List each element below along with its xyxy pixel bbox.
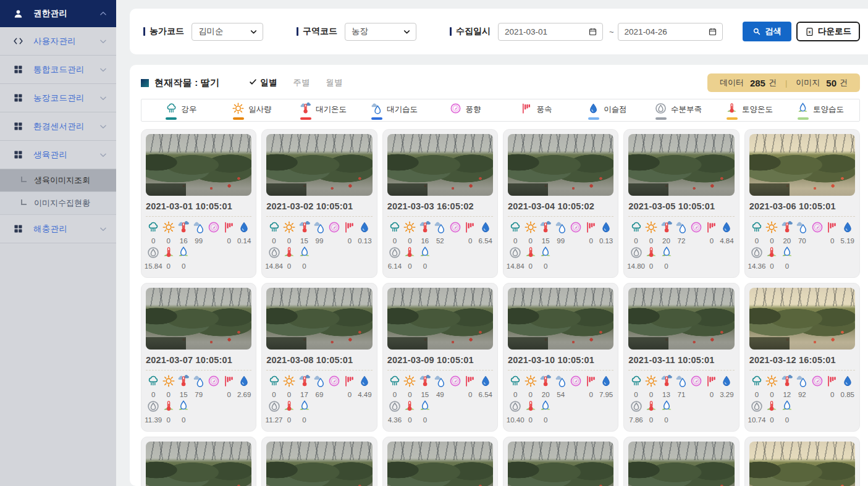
sensor-value: 0 <box>408 237 411 245</box>
sensor-cell: 99 <box>553 220 568 245</box>
sidebar-item-growth[interactable]: 생육관리 <box>0 141 116 169</box>
farm-code-select[interactable]: 김미순 <box>192 23 263 41</box>
growth-photo[interactable] <box>146 288 251 350</box>
growth-photo[interactable] <box>628 442 734 486</box>
sidebar-item-farm-code[interactable]: 농장코드관리 <box>0 84 116 112</box>
image-card[interactable]: 2021-03-18 16:05:02 <box>744 437 860 486</box>
sensor-row-2: 14.80 0 0 <box>628 246 734 270</box>
soil-humidity-icon <box>660 400 673 416</box>
image-card[interactable]: 2021-03-09 10:05:01 0 0 15 49 0 6.54 4.3… <box>382 283 498 432</box>
sidebar-item-label: 권한관리 <box>33 8 67 19</box>
rain-cloud-icon <box>146 220 160 237</box>
sidebar-item-pest[interactable]: 해충관리 <box>0 215 116 243</box>
sensor-value: 0 <box>423 416 427 424</box>
tab-daily[interactable]: 일별 <box>249 77 277 88</box>
sensor-cell: 0 <box>538 246 553 270</box>
growth-photo[interactable] <box>146 134 251 196</box>
sensor-cell: 5.19 <box>840 220 855 245</box>
growth-photo[interactable] <box>387 288 493 350</box>
sidebar-subitem-growth-image-search[interactable]: 생육이미지조회 <box>0 169 116 192</box>
growth-photo[interactable] <box>628 288 734 350</box>
growth-photo[interactable] <box>749 134 855 196</box>
image-card[interactable]: 2021-03-02 10:05:01 0 0 15 99 0 0.13 14.… <box>261 129 377 278</box>
image-card[interactable]: 2021-03-16 10:05:02 <box>503 437 618 486</box>
wind-direction-icon <box>449 102 462 117</box>
card-separator <box>387 216 493 217</box>
growth-photo[interactable] <box>266 442 372 486</box>
sensor-value: 0 <box>287 262 291 270</box>
sensor-row-2: 4.36 0 0 <box>387 400 493 424</box>
sensor-cell: 12 <box>780 374 794 398</box>
sensor-value: 0 <box>649 391 653 398</box>
image-card[interactable]: 2021-03-10 10:05:01 0 0 20 54 0 7.95 10.… <box>503 283 618 432</box>
rain-cloud-icon <box>268 220 281 237</box>
card-timestamp: 2021-03-06 10:05:01 <box>749 201 855 211</box>
growth-photo[interactable] <box>628 134 734 196</box>
zone-code-select[interactable]: 농장 <box>345 23 416 41</box>
sensor-cell: 0 <box>282 220 297 245</box>
card-separator <box>749 216 855 217</box>
wind-speed-icon <box>463 374 477 390</box>
growth-photo[interactable] <box>146 442 251 486</box>
tab-monthly[interactable]: 월별 <box>326 77 342 88</box>
sidebar-item-permission[interactable]: 권한관리 <box>0 0 116 27</box>
rain-cloud-icon <box>508 374 522 390</box>
content-header: 현재작물 : 딸기 일별 주별 월별 데이터 285 건 | 이미지 50 건 <box>141 73 860 92</box>
calendar-icon[interactable] <box>588 27 597 36</box>
search-button[interactable]: 검색 <box>743 22 791 41</box>
sensor-cell: 0 <box>161 220 175 245</box>
soil-temp-icon <box>282 246 296 262</box>
growth-photo[interactable] <box>749 442 855 486</box>
image-card[interactable]: 2021-03-15 10:05:01 <box>382 437 498 486</box>
sensor-cell: 0 <box>508 220 523 245</box>
zone-code-value: 농장 <box>352 26 403 37</box>
sensor-cell: 16 <box>418 220 432 245</box>
sidebar-item-user[interactable]: 사용자관리 <box>0 27 116 56</box>
image-card[interactable]: 2021-03-12 16:05:01 0 0 12 92 0 0.85 10.… <box>744 283 860 432</box>
sensor-value: 0 <box>770 237 773 245</box>
image-card[interactable]: 2021-03-11 10:05:01 0 0 13 71 0 3.29 7.8… <box>623 283 739 432</box>
image-card[interactable]: 2021-03-03 16:05:02 0 0 16 52 0 6.54 6.1… <box>382 129 498 278</box>
growth-photo[interactable] <box>266 288 372 350</box>
growth-photo[interactable] <box>266 134 372 196</box>
growth-photo[interactable] <box>508 134 613 196</box>
card-timestamp: 2021-03-11 10:05:01 <box>628 355 734 365</box>
moisture-deficit-icon <box>508 400 522 416</box>
image-card[interactable]: 2021-03-13 10:05:01 <box>141 437 256 486</box>
calendar-icon[interactable] <box>708 27 717 36</box>
image-card[interactable]: 2021-03-08 10:05:01 0 0 17 69 0 4.49 11.… <box>261 283 377 432</box>
image-card[interactable]: 2021-03-01 10:05:01 0 0 16 99 0 0.14 15.… <box>141 129 256 278</box>
card-timestamp: 2021-03-04 10:05:02 <box>508 201 613 211</box>
sidebar-subitem-image-collect-status[interactable]: 이미지수집현황 <box>0 192 116 215</box>
sensor-value: 13 <box>662 391 670 398</box>
image-card[interactable]: 2021-03-04 10:05:02 0 0 15 99 0 0.13 14.… <box>503 129 618 278</box>
image-card[interactable]: 2021-03-05 10:05:01 0 0 20 72 0 4.84 14.… <box>623 129 739 278</box>
card-separator <box>146 216 251 217</box>
sensor-cell: 0 <box>780 400 794 424</box>
growth-photo[interactable] <box>508 288 613 350</box>
date-from-input[interactable] <box>505 27 588 36</box>
tab-weekly[interactable]: 주별 <box>293 77 310 88</box>
soil-humidity-icon <box>780 246 794 262</box>
sensor-cell: 0 <box>780 246 794 270</box>
growth-photo[interactable] <box>508 442 613 486</box>
sidebar-item-common-code[interactable]: 통합코드관리 <box>0 56 116 84</box>
growth-photo[interactable] <box>749 288 855 350</box>
download-button[interactable]: x 다운로드 <box>796 22 860 41</box>
image-card[interactable]: 2021-03-17 17:35:01 <box>623 437 739 486</box>
chevron-down-icon <box>99 65 107 74</box>
moisture-deficit-icon <box>268 246 281 262</box>
sensor-cell: 15.84 <box>146 246 161 270</box>
legend-color-bar <box>727 117 738 120</box>
date-to-input[interactable] <box>625 27 708 36</box>
card-separator <box>508 370 613 371</box>
image-card[interactable]: 2021-03-14 10:05:01 <box>261 437 377 486</box>
growth-photo[interactable] <box>387 442 493 486</box>
image-card[interactable]: 2021-03-07 10:05:01 0 0 15 79 0 2.69 11.… <box>141 283 256 432</box>
growth-photo[interactable] <box>387 134 493 196</box>
air-humidity-icon <box>554 220 568 237</box>
sensor-cell: 0 <box>659 246 673 270</box>
sidebar-item-env-sensor[interactable]: 환경센서관리 <box>0 112 116 141</box>
sun-icon <box>644 374 658 390</box>
image-card[interactable]: 2021-03-06 10:05:01 0 0 20 70 0 5.19 14.… <box>744 129 860 278</box>
